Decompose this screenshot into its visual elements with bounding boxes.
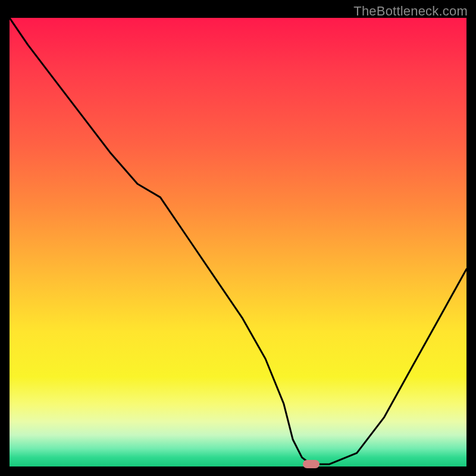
optimum-marker <box>303 460 320 468</box>
bottleneck-curve <box>10 18 466 466</box>
watermark-text: TheBottleneck.com <box>353 4 468 19</box>
plot-area <box>10 18 466 466</box>
chart-frame: TheBottleneck.com <box>0 0 476 476</box>
